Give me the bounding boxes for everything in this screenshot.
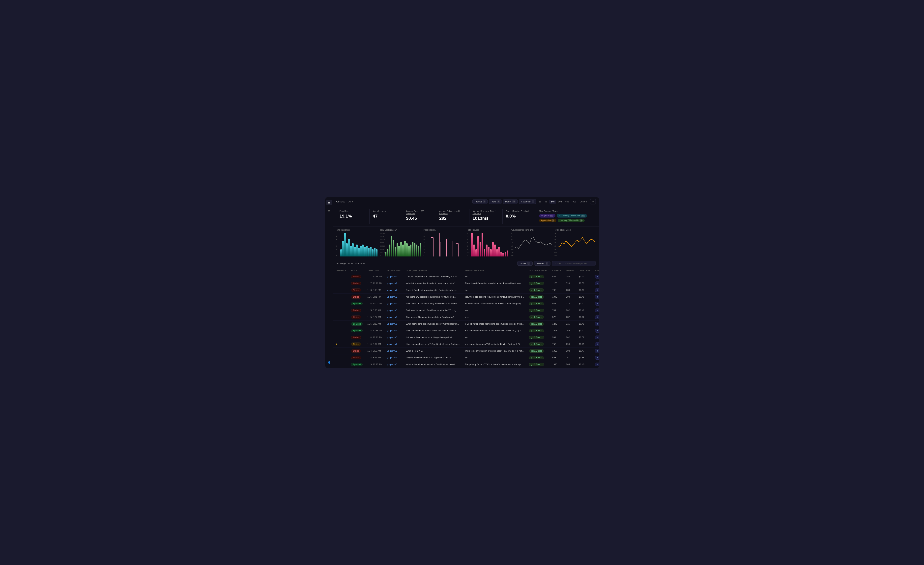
cell-slug[interactable]: yc-query/v3 bbox=[385, 334, 404, 341]
metric-pass-rate-label[interactable]: Pass Rate bbox=[340, 210, 366, 212]
chart-y-cost: 0.00350.0030.00250.0020.00150.0010.00050 bbox=[380, 233, 385, 257]
cell-timestamp: 11/6, 10:07 AM bbox=[365, 300, 385, 307]
cell-timestamp: 11/5, 8:27 AM bbox=[365, 314, 385, 320]
cell-latency: 956 bbox=[550, 300, 564, 307]
cell-slug[interactable]: yc-query/v3 bbox=[385, 327, 404, 334]
time-7d[interactable]: 7d bbox=[543, 200, 549, 204]
refresh-btn[interactable]: ↻ bbox=[590, 199, 596, 204]
table-row[interactable]: 2 failed 11/4, 3:56 AM yc-query/v2 What … bbox=[333, 347, 599, 354]
col-latency: LATENCY bbox=[550, 268, 564, 273]
cell-query: Can non-profit companies apply to Y Comb… bbox=[404, 314, 462, 320]
cell-latency: 503 bbox=[550, 354, 564, 361]
col-feedback: FEEDBACK bbox=[333, 268, 349, 273]
table-row[interactable]: 3 passed 11/4, 12:58 PM yc-query/v3 How … bbox=[333, 327, 599, 334]
cell-slug[interactable]: yc-query/v2 bbox=[385, 280, 404, 287]
cell-response: Yes, there are specific requirements for… bbox=[462, 293, 526, 300]
grade-btn[interactable]: Grade g bbox=[517, 261, 532, 266]
topic-mentorship[interactable]: Learning / Mentorship 3 bbox=[558, 219, 585, 222]
app-container: ⊞ ⊟ 👤 Observe › All ▾ Prompt p bbox=[325, 197, 599, 368]
cell-model: gpt-3.5-turbo bbox=[526, 307, 550, 314]
table-row[interactable]: 1 failed 11/7, 11:10 AM yc-query/v2 Who … bbox=[333, 280, 599, 287]
table-row[interactable]: 1 failed 11/4, 3:21 AM yc-query/v3 Do yo… bbox=[333, 354, 599, 361]
table-row[interactable]: 3 passed 11/3, 12:25 PM yc-query/v3 What… bbox=[333, 361, 599, 368]
time-60d[interactable]: 60d bbox=[564, 200, 570, 204]
time-90d[interactable]: 90d bbox=[571, 200, 578, 204]
chart-title-pass-rate: Pass Rate (%) bbox=[424, 229, 465, 231]
cell-feedback bbox=[333, 287, 349, 293]
cell-slug[interactable]: yc-query/v2 bbox=[385, 287, 404, 293]
sidebar-icon-user[interactable]: 👤 bbox=[326, 360, 332, 365]
topic-program[interactable]: Program 21 bbox=[539, 214, 555, 218]
table-row[interactable]: 1 failed 11/4, 12:11 PM yc-query/v3 Is t… bbox=[333, 334, 599, 341]
table-row[interactable]: 1 failed 11/5, 8:27 AM yc-query/v3 Can n… bbox=[333, 314, 599, 320]
metric-cost: Average Cost / 1000 Inferences $0.45 bbox=[403, 209, 436, 224]
cell-slug[interactable]: yc-query/v3 bbox=[385, 361, 404, 368]
cell-evals: 2 failed bbox=[349, 307, 365, 314]
col-cost: COST / 1000 bbox=[576, 268, 593, 273]
chart-response-time: Avg. Response Time (ms) 2K2K2K1K1K994794… bbox=[511, 229, 552, 257]
main-content: Observe › All ▾ Prompt p Topic t Model bbox=[333, 197, 599, 368]
bar-chart-failures bbox=[471, 233, 508, 257]
table-row[interactable]: 3 passed 11/5, 3:20 AM yc-query/v1 What … bbox=[333, 320, 599, 327]
cell-customer: Y Combinator bbox=[593, 293, 599, 300]
cell-timestamp: 11/5, 8:56 AM bbox=[365, 307, 385, 314]
time-1d[interactable]: 1d bbox=[537, 200, 543, 204]
sidebar-icon-grid[interactable]: ⊞ bbox=[326, 200, 332, 205]
cell-slug[interactable]: yc-query/v2 bbox=[385, 341, 404, 347]
cell-response: There is no information provided about P… bbox=[462, 347, 526, 354]
cell-slug[interactable]: yc-query/v3 bbox=[385, 314, 404, 320]
breadcrumb-parent[interactable]: Observe bbox=[336, 200, 345, 203]
table-row[interactable]: 3 passed 11/6, 10:07 AM yc-query/v1 How … bbox=[333, 300, 599, 307]
cell-slug[interactable]: yc-query/v1 bbox=[385, 320, 404, 327]
cell-evals: 3 passed bbox=[349, 361, 365, 368]
cell-response: There is no information provided about t… bbox=[462, 280, 526, 287]
cell-cost: $0.42 bbox=[576, 300, 593, 307]
cell-slug[interactable]: yc-query/v3 bbox=[385, 307, 404, 314]
cell-slug[interactable]: yc-query/v3 bbox=[385, 354, 404, 361]
cell-response: Yes. bbox=[462, 314, 526, 320]
cell-model: gpt-3.5-turbo bbox=[526, 287, 550, 293]
cell-latency: 1242 bbox=[550, 320, 564, 327]
table-filter-btns: Grade g Failures f ⌕ Search prompts and … bbox=[517, 261, 596, 266]
cell-tokens: 296 bbox=[564, 341, 576, 347]
cell-timestamp: 11/6, 5:41 PM bbox=[365, 293, 385, 300]
cell-slug[interactable]: yc-query/v2 bbox=[385, 347, 404, 354]
topics-label: Most Common Topics bbox=[539, 210, 592, 212]
topic-fundraising[interactable]: Fundraising / Investment 13 bbox=[556, 214, 587, 218]
cell-cost: $0.49 bbox=[576, 320, 593, 327]
time-14d[interactable]: 14d bbox=[549, 200, 556, 204]
cell-tokens: 304 bbox=[564, 347, 576, 354]
topic-filter-btn[interactable]: Topic t bbox=[489, 199, 502, 204]
chart-pass-rate: Pass Rate (%) 736050403020100 bbox=[424, 229, 465, 257]
time-custom[interactable]: Custom bbox=[578, 200, 589, 204]
cell-slug[interactable]: yc-query/v1 bbox=[385, 300, 404, 307]
table-row[interactable]: 2 failed 11/6, 8:08 PM yc-query/v2 Does … bbox=[333, 287, 599, 293]
model-filter-btn[interactable]: Model m bbox=[503, 199, 518, 204]
topic-application[interactable]: Application 9 bbox=[539, 219, 556, 222]
breadcrumb-current[interactable]: All ▾ bbox=[348, 200, 353, 203]
search-box[interactable]: ⌕ Search prompts and responses bbox=[552, 261, 596, 266]
table-row[interactable]: 1 failed 11/7, 12:38 PM yc-query/v1 Can … bbox=[333, 273, 599, 280]
cell-customer: Y Combinator bbox=[593, 334, 599, 341]
cell-query: What is the primary focus of Y Combinato… bbox=[404, 361, 462, 368]
chart-title-failures: Total Failures bbox=[467, 229, 508, 231]
cell-slug[interactable]: yc-query/v1 bbox=[385, 293, 404, 300]
table-row[interactable]: 1 failed 11/6, 5:41 PM yc-query/v1 Are t… bbox=[333, 293, 599, 300]
cell-model: gpt-3.5-turbo bbox=[526, 334, 550, 341]
sidebar-icon-settings[interactable]: ⊟ bbox=[326, 208, 332, 214]
table-row[interactable]: 2 failed 11/5, 8:56 AM yc-query/v3 Do I … bbox=[333, 307, 599, 314]
cell-model: gpt-3.5-turbo bbox=[526, 314, 550, 320]
cell-slug[interactable]: yc-query/v1 bbox=[385, 273, 404, 280]
metric-tokens-value: 292 bbox=[439, 216, 466, 221]
prompt-filter-btn[interactable]: Prompt p bbox=[472, 199, 488, 204]
cell-query: Is there a deadline for submitting a lat… bbox=[404, 334, 462, 341]
customer-filter-btn[interactable]: Customer t bbox=[519, 199, 536, 204]
cell-timestamp: 11/5, 3:20 AM bbox=[365, 320, 385, 327]
failures-btn[interactable]: Failures f bbox=[534, 261, 550, 266]
bar-chart-cost bbox=[385, 233, 421, 257]
cell-customer: Y Combinator bbox=[593, 327, 599, 334]
cell-evals: 1 failed bbox=[349, 334, 365, 341]
cell-feedback bbox=[333, 347, 349, 354]
time-30d[interactable]: 30d bbox=[556, 200, 563, 204]
table-row[interactable]: ★ 3 failed 11/4, 9:34 AM yc-query/v2 How… bbox=[333, 341, 599, 347]
